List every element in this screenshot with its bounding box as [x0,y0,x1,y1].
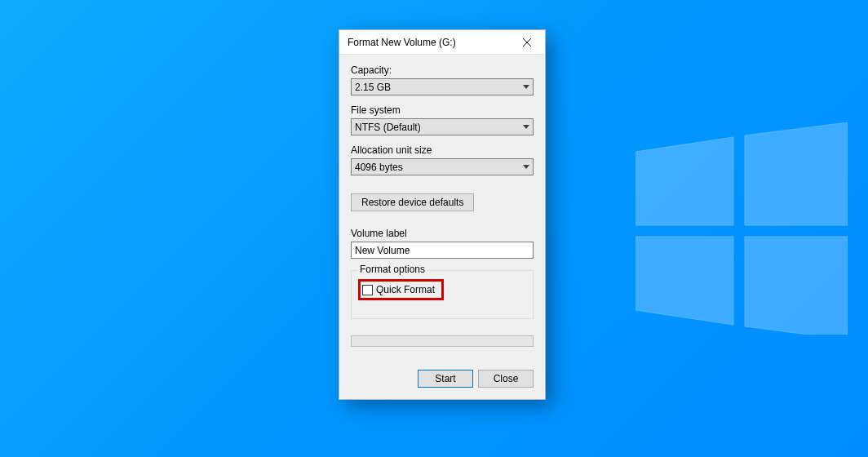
quick-format-checkbox[interactable]: Quick Format [362,284,435,295]
quick-format-label: Quick Format [376,284,435,295]
checkbox-icon [362,285,373,295]
svg-marker-6 [523,85,529,89]
titlebar: Format New Volume (G:) [339,30,545,55]
capacity-label: Capacity: [351,64,534,76]
start-button[interactable]: Start [418,370,473,388]
allocation-value: 4096 bytes [355,162,403,173]
svg-marker-7 [523,125,529,129]
close-button[interactable] [508,30,545,55]
close-button-label: Close [494,373,519,384]
capacity-value: 2.15 GB [355,82,391,93]
volume-label-input[interactable] [351,242,534,259]
filesystem-label: File system [351,104,534,116]
format-progressbar [351,335,534,347]
filesystem-select[interactable]: NTFS (Default) [351,118,534,135]
svg-marker-8 [523,165,529,169]
svg-marker-3 [745,237,848,335]
highlight-annotation: Quick Format [358,279,444,300]
start-button-label: Start [435,373,455,384]
format-options-legend: Format options [357,264,427,275]
close-footer-button[interactable]: Close [478,370,534,388]
svg-marker-2 [636,237,733,325]
filesystem-value: NTFS (Default) [355,122,421,133]
format-options-group: Format options Quick Format [351,270,534,319]
svg-marker-1 [745,122,848,225]
chevron-down-icon [519,159,533,175]
svg-marker-0 [636,137,733,225]
dialog-footer: Start Close [351,370,534,388]
windows-logo-icon [636,122,848,335]
chevron-down-icon [519,119,533,135]
restore-defaults-button[interactable]: Restore device defaults [351,193,474,211]
dialog-title: Format New Volume (G:) [348,37,456,48]
allocation-label: Allocation unit size [351,144,534,156]
allocation-select[interactable]: 4096 bytes [351,158,534,175]
volume-label-label: Volume label [351,228,534,239]
format-dialog: Format New Volume (G:) Capacity: 2.15 GB… [339,29,546,400]
chevron-down-icon [519,79,533,95]
capacity-select[interactable]: 2.15 GB [351,78,534,95]
restore-defaults-label: Restore device defaults [361,197,463,208]
dialog-body: Capacity: 2.15 GB File system NTFS (Defa… [339,55,545,399]
close-icon [523,38,531,47]
